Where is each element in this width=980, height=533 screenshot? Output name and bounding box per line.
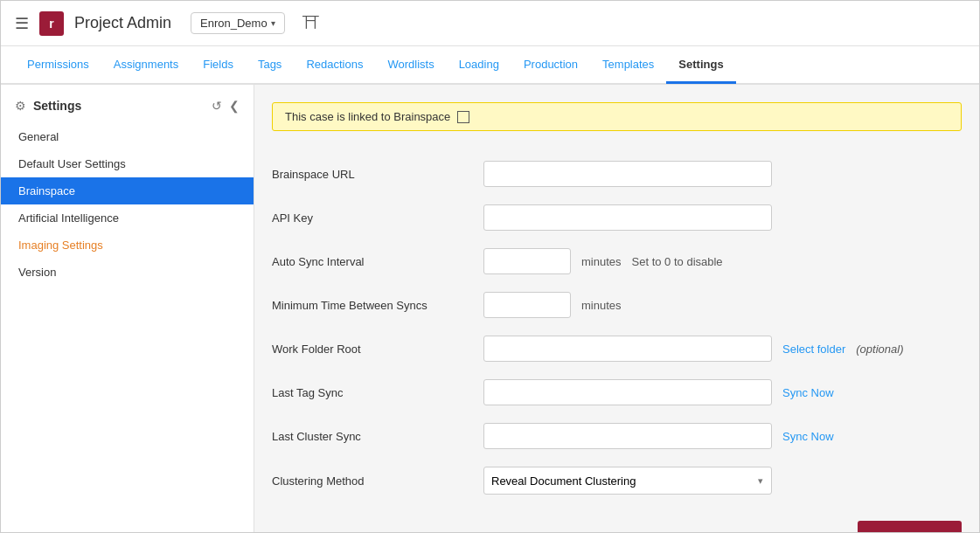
nav-tabs: Permissions Assignments Fields Tags Reda…: [1, 46, 979, 85]
top-bar: ☰ r Project Admin Enron_Demo ▾ ⛩: [1, 1, 979, 46]
main-content: This case is linked to Brainspace Brains…: [254, 85, 979, 532]
tab-permissions[interactable]: Permissions: [15, 47, 101, 84]
sidebar-gear-icon: ⚙: [15, 99, 26, 113]
form-row-work-folder-root: Work Folder Root Select folder (optional…: [272, 327, 962, 370]
label-brainspace-url: Brainspace URL: [272, 168, 473, 181]
tab-tags[interactable]: Tags: [246, 47, 294, 84]
brainspace-notice: This case is linked to Brainspace: [272, 102, 962, 131]
sidebar-header: ⚙ Settings ↺ ❮: [1, 95, 254, 123]
label-clustering-method: Clustering Method: [272, 474, 473, 488]
label-api-key: API Key: [272, 211, 473, 225]
sidebar-title: Settings: [33, 99, 205, 113]
min-sync-minutes-label: minutes: [581, 299, 622, 312]
input-api-key[interactable]: [483, 204, 772, 231]
tab-wordlists[interactable]: Wordlists: [375, 47, 446, 84]
form-section: Brainspace URL API Key Auto Sync Interva…: [272, 152, 962, 503]
logo-icon: r: [39, 11, 64, 36]
label-last-cluster-sync: Last Cluster Sync: [272, 430, 473, 443]
input-min-time-between-syncs[interactable]: [483, 292, 571, 318]
form-row-auto-sync-interval: Auto Sync Interval minutes Set to 0 to d…: [272, 239, 962, 283]
input-last-cluster-sync[interactable]: [483, 423, 772, 449]
tab-assignments[interactable]: Assignments: [101, 47, 191, 84]
app-title: Project Admin: [74, 14, 171, 32]
tab-loading[interactable]: Loading: [447, 47, 511, 84]
project-dropdown[interactable]: Enron_Demo ▾: [191, 12, 285, 34]
hamburger-icon[interactable]: ☰: [15, 14, 29, 33]
project-dropdown-chevron-icon: ▾: [271, 18, 275, 28]
form-row-last-cluster-sync: Last Cluster Sync Sync Now: [272, 414, 962, 458]
form-row-api-key: API Key: [272, 196, 962, 239]
brainspace-linked-checkbox[interactable]: [457, 111, 469, 123]
input-auto-sync-interval[interactable]: [483, 248, 571, 274]
work-folder-optional-label: (optional): [856, 343, 903, 356]
form-row-last-tag-sync: Last Tag Sync Sync Now: [272, 370, 962, 414]
sidebar-item-general[interactable]: General: [1, 123, 254, 150]
form-row-min-time-between-syncs: Minimum Time Between Syncs minutes: [272, 283, 962, 327]
stats-icon[interactable]: ⛩: [302, 13, 320, 33]
input-last-tag-sync[interactable]: [483, 379, 772, 405]
notice-text: This case is linked to Brainspace: [285, 110, 450, 123]
sync-now-cluster-link[interactable]: Sync Now: [782, 430, 834, 443]
select-folder-link[interactable]: Select folder: [782, 343, 845, 356]
label-work-folder-root: Work Folder Root: [272, 343, 473, 356]
auto-sync-disable-note: Set to 0 to disable: [632, 255, 723, 268]
tab-settings[interactable]: Settings: [666, 47, 735, 84]
tab-templates[interactable]: Templates: [590, 47, 666, 84]
tab-production[interactable]: Production: [511, 47, 590, 84]
clustering-method-select[interactable]: Reveal Document Clustering: [483, 467, 772, 495]
auto-sync-minutes-label: minutes: [581, 255, 622, 268]
sync-now-tag-link[interactable]: Sync Now: [782, 386, 834, 399]
sidebar-item-imaging-settings[interactable]: Imaging Settings: [1, 232, 254, 259]
sidebar-item-default-user-settings[interactable]: Default User Settings: [1, 150, 254, 177]
content-area: ⚙ Settings ↺ ❮ General Default User Sett…: [1, 85, 979, 532]
input-work-folder-root[interactable]: [483, 336, 772, 362]
sidebar-item-version[interactable]: Version: [1, 259, 254, 286]
sidebar-collapse-icon[interactable]: ❮: [229, 99, 240, 113]
tab-fields[interactable]: Fields: [191, 47, 246, 84]
app-wrapper: ☰ r Project Admin Enron_Demo ▾ ⛩ Permiss…: [0, 0, 980, 533]
label-auto-sync-interval: Auto Sync Interval: [272, 255, 473, 268]
form-row-brainspace-url: Brainspace URL: [272, 152, 962, 196]
update-button[interactable]: UPDATE: [858, 521, 962, 532]
input-brainspace-url[interactable]: [483, 161, 772, 187]
tab-redactions[interactable]: Redactions: [294, 47, 375, 84]
clustering-method-select-wrapper: Reveal Document Clustering ▾: [483, 467, 772, 495]
sidebar: ⚙ Settings ↺ ❮ General Default User Sett…: [1, 85, 254, 532]
project-name: Enron_Demo: [200, 17, 268, 30]
sidebar-refresh-icon[interactable]: ↺: [212, 99, 222, 113]
sidebar-item-brainspace[interactable]: Brainspace: [1, 177, 254, 204]
label-last-tag-sync: Last Tag Sync: [272, 386, 473, 399]
sidebar-item-artificial-intelligence[interactable]: Artificial Intelligence: [1, 204, 254, 232]
form-row-clustering-method: Clustering Method Reveal Document Cluste…: [272, 458, 962, 503]
label-min-time-between-syncs: Minimum Time Between Syncs: [272, 299, 473, 312]
update-btn-row: UPDATE: [272, 503, 962, 532]
